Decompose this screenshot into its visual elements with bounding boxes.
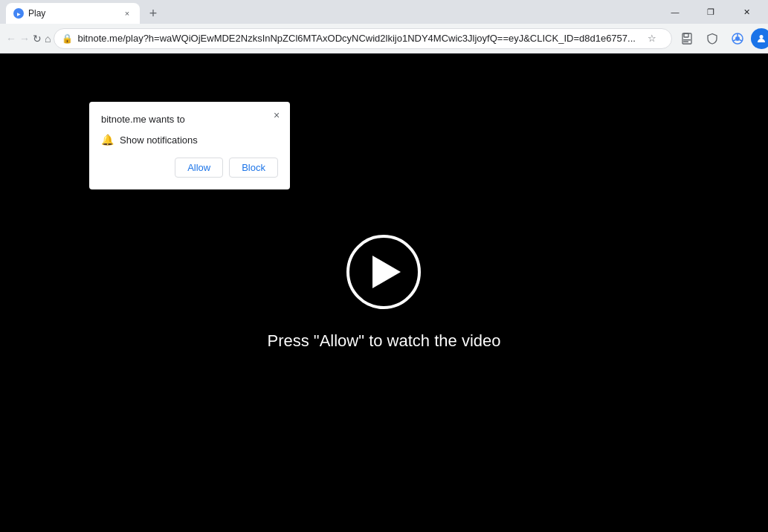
permission-row: 🔔 Show notifications [101,134,278,146]
address-bar[interactable]: 🔒 bitnote.me/play?h=waWQiOjEwMDE2NzksInN… [54,28,671,49]
bookmark-star-icon[interactable]: ☆ [640,27,664,51]
tab-close-button[interactable]: × [120,7,134,20]
minimize-button[interactable]: — [658,0,692,24]
toolbar-icons: ⋮ [675,27,768,51]
popup-close-button[interactable]: × [269,108,284,123]
bell-icon: 🔔 [101,134,114,146]
shield-icon[interactable] [700,27,724,51]
allow-button[interactable]: Allow [175,158,223,178]
play-circle[interactable] [346,235,421,309]
svg-line-7 [739,39,742,41]
svg-rect-2 [683,39,691,41]
tab-title: Play [28,8,116,19]
popup-title: bitnote.me wants to [101,114,278,125]
profile-button[interactable] [751,28,768,49]
notification-popup: × bitnote.me wants to 🔔 Show notificatio… [89,102,290,189]
svg-point-9 [759,35,763,39]
title-bar: Play × + — ❐ ✕ [0,0,768,24]
close-window-button[interactable]: ✕ [729,0,764,24]
svg-line-8 [733,39,736,41]
home-button[interactable]: ⌂ [45,27,51,51]
play-button-container: Press "Allow" to watch the video [268,235,501,351]
chrome-extension-icon[interactable] [726,27,749,51]
block-button[interactable]: Block [229,158,278,178]
tab-favicon-icon [13,8,24,19]
lock-icon: 🔒 [62,33,73,44]
new-tab-button[interactable]: + [143,3,164,24]
press-allow-text: Press "Allow" to watch the video [268,331,501,351]
permission-label: Show notifications [120,134,198,146]
refresh-button[interactable]: ↻ [33,27,42,51]
forward-button[interactable]: → [19,27,30,51]
maximize-button[interactable]: ❐ [694,0,728,24]
play-triangle-icon [372,256,401,288]
tab-strip: Play × + [0,0,658,24]
browser-toolbar: ← → ↻ ⌂ 🔒 bitnote.me/play?h=waWQiOjEwMDE… [0,24,768,53]
active-tab[interactable]: Play × [6,3,140,24]
page-content: × bitnote.me wants to 🔔 Show notificatio… [0,53,768,532]
svg-point-5 [735,36,740,41]
back-button[interactable]: ← [6,27,16,51]
window-controls: — ❐ ✕ [658,0,768,24]
popup-buttons: Allow Block [101,158,278,178]
address-text: bitnote.me/play?h=waWQiOjEwMDE2NzksInNpZ… [77,33,635,44]
save-page-icon[interactable] [675,27,699,51]
svg-rect-3 [683,41,688,42]
svg-rect-1 [684,33,688,37]
